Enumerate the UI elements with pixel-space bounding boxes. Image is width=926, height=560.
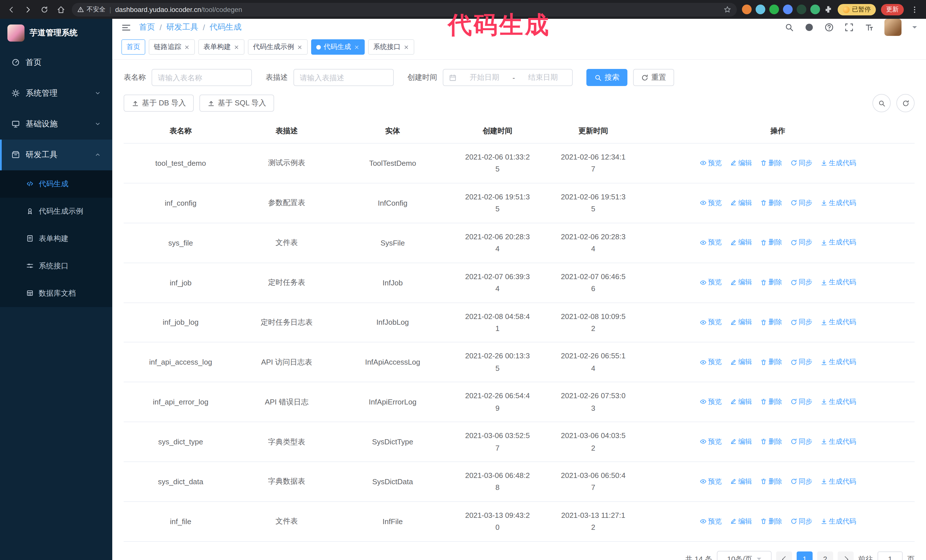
page-size-select[interactable]: 10条/页 xyxy=(717,551,772,560)
sidebar-item-dev-tools[interactable]: 研发工具 xyxy=(0,140,112,171)
edit-link[interactable]: 编辑 xyxy=(730,158,752,168)
fullscreen-icon[interactable] xyxy=(844,23,853,32)
page-button-1[interactable]: 1 xyxy=(797,551,813,560)
generate-code-link[interactable]: 生成代码 xyxy=(820,397,856,407)
generate-code-link[interactable]: 生成代码 xyxy=(820,477,856,486)
toggle-search-button[interactable] xyxy=(872,94,891,112)
generate-code-link[interactable]: 生成代码 xyxy=(820,238,856,248)
search-icon[interactable] xyxy=(785,23,794,32)
sidebar-item-infrastructure[interactable]: 基础设施 xyxy=(0,109,112,140)
edit-link[interactable]: 编辑 xyxy=(730,437,752,447)
edit-link[interactable]: 编辑 xyxy=(730,516,752,526)
sync-link[interactable]: 同步 xyxy=(790,158,812,168)
bookmark-star-icon[interactable] xyxy=(724,5,731,14)
table-desc-input[interactable] xyxy=(294,69,394,86)
sidebar-logo[interactable]: 芋道管理系统 xyxy=(0,19,112,47)
goto-page-input[interactable] xyxy=(878,551,903,560)
delete-link[interactable]: 删除 xyxy=(760,198,782,208)
generate-code-link[interactable]: 生成代码 xyxy=(820,198,856,208)
table-name-input[interactable] xyxy=(151,69,252,86)
edit-link[interactable]: 编辑 xyxy=(730,278,752,287)
preview-link[interactable]: 预览 xyxy=(699,278,722,287)
sync-link[interactable]: 同步 xyxy=(790,477,812,486)
sync-link[interactable]: 同步 xyxy=(790,357,812,367)
preview-link[interactable]: 预览 xyxy=(699,357,722,367)
breadcrumb-home[interactable]: 首页 xyxy=(139,22,155,32)
sync-link[interactable]: 同步 xyxy=(790,198,812,208)
page-button-2[interactable]: 2 xyxy=(817,551,833,560)
sync-link[interactable]: 同步 xyxy=(790,397,812,407)
tab-codegen[interactable]: 代码生成 xyxy=(311,39,365,55)
tab-home[interactable]: 首页 xyxy=(121,39,145,55)
sidebar-item-home[interactable]: 首页 xyxy=(0,47,112,78)
edit-link[interactable]: 编辑 xyxy=(730,357,752,367)
import-db-button[interactable]: 基于 DB 导入 xyxy=(124,95,194,112)
extensions-puzzle-icon[interactable] xyxy=(824,5,832,14)
browser-back-button[interactable] xyxy=(6,4,17,15)
site-security-indicator[interactable]: 不安全 xyxy=(77,5,106,14)
generate-code-link[interactable]: 生成代码 xyxy=(820,516,856,526)
reset-button[interactable]: 重置 xyxy=(633,69,674,86)
avatar-caret-icon[interactable] xyxy=(912,24,917,31)
sync-link[interactable]: 同步 xyxy=(790,437,812,447)
generate-code-link[interactable]: 生成代码 xyxy=(820,357,856,367)
sync-link[interactable]: 同步 xyxy=(790,238,812,248)
close-icon[interactable] xyxy=(234,44,239,50)
sync-link[interactable]: 同步 xyxy=(790,317,812,327)
import-sql-button[interactable]: 基于 SQL 导入 xyxy=(200,95,274,112)
browser-menu-kebab-icon[interactable] xyxy=(909,4,920,15)
delete-link[interactable]: 删除 xyxy=(760,357,782,367)
close-icon[interactable] xyxy=(404,44,409,50)
preview-link[interactable]: 预览 xyxy=(699,198,722,208)
browser-reload-button[interactable] xyxy=(39,4,50,15)
tab-tracing[interactable]: 链路追踪 xyxy=(149,39,195,55)
edit-link[interactable]: 编辑 xyxy=(730,397,752,407)
github-icon[interactable] xyxy=(805,23,814,32)
extension-green-icon[interactable] xyxy=(769,5,779,14)
preview-link[interactable]: 预览 xyxy=(699,158,722,168)
preview-link[interactable]: 预览 xyxy=(699,238,722,248)
delete-link[interactable]: 删除 xyxy=(760,477,782,486)
create-time-range-picker[interactable]: 开始日期 - 结束日期 xyxy=(443,69,573,86)
delete-link[interactable]: 删除 xyxy=(760,437,782,447)
sidebar-item-system-api[interactable]: 系统接口 xyxy=(0,252,112,280)
preview-link[interactable]: 预览 xyxy=(699,437,722,447)
extension-people-icon[interactable] xyxy=(783,5,793,14)
generate-code-link[interactable]: 生成代码 xyxy=(820,158,856,168)
paused-badge[interactable]: 已暂停 xyxy=(838,4,876,15)
edit-link[interactable]: 编辑 xyxy=(730,198,752,208)
edit-link[interactable]: 编辑 xyxy=(730,477,752,486)
delete-link[interactable]: 删除 xyxy=(760,516,782,526)
generate-code-link[interactable]: 生成代码 xyxy=(820,437,856,447)
edit-link[interactable]: 编辑 xyxy=(730,317,752,327)
sidebar-item-db-doc[interactable]: 数据库文档 xyxy=(0,280,112,307)
search-button[interactable]: 搜索 xyxy=(586,69,627,86)
preview-link[interactable]: 预览 xyxy=(699,516,722,526)
delete-link[interactable]: 删除 xyxy=(760,317,782,327)
delete-link[interactable]: 删除 xyxy=(760,278,782,287)
edit-link[interactable]: 编辑 xyxy=(730,238,752,248)
prev-page-button[interactable] xyxy=(776,551,792,560)
close-icon[interactable] xyxy=(354,44,360,50)
tab-codegen-example[interactable]: 代码生成示例 xyxy=(248,39,308,55)
extension-leaf-icon[interactable] xyxy=(810,5,820,14)
extension-fox-icon[interactable] xyxy=(742,5,752,14)
preview-link[interactable]: 预览 xyxy=(699,397,722,407)
refresh-table-button[interactable] xyxy=(896,94,915,112)
extension-dark-icon[interactable] xyxy=(797,5,806,14)
sync-link[interactable]: 同步 xyxy=(790,278,812,287)
browser-update-button[interactable]: 更新 xyxy=(881,4,904,15)
address-bar[interactable]: 不安全 | dashboard.yudao.iocoder.cn/tool/co… xyxy=(72,3,737,16)
help-icon[interactable] xyxy=(825,23,834,32)
preview-link[interactable]: 预览 xyxy=(699,317,722,327)
sidebar-collapse-icon[interactable] xyxy=(121,23,131,32)
tab-form-builder[interactable]: 表单构建 xyxy=(198,39,244,55)
font-size-icon[interactable] xyxy=(864,23,873,32)
close-icon[interactable] xyxy=(297,44,303,50)
browser-forward-button[interactable] xyxy=(22,4,33,15)
sidebar-item-form-builder[interactable]: 表单构建 xyxy=(0,225,112,252)
next-page-button[interactable] xyxy=(838,551,853,560)
sidebar-item-system-management[interactable]: 系统管理 xyxy=(0,78,112,109)
sidebar-item-codegen-example[interactable]: 代码生成示例 xyxy=(0,198,112,225)
extension-drop-icon[interactable] xyxy=(756,5,765,14)
